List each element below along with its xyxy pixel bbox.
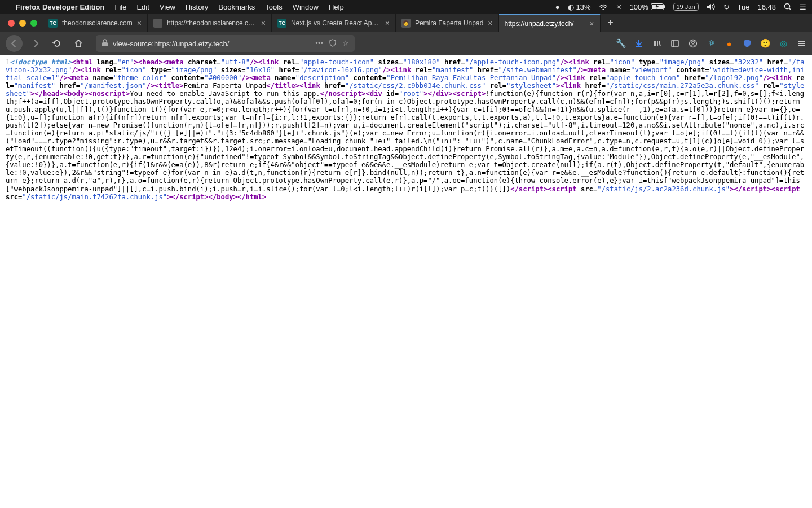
rel-val: apple-touch-icon bbox=[610, 74, 676, 82]
back-button[interactable] bbox=[6, 35, 23, 52]
extension-icon-3[interactable]: ◎ bbox=[778, 38, 788, 49]
menu-edit[interactable]: Edit bbox=[136, 3, 149, 11]
extension-icon-2[interactable]: 🙂 bbox=[760, 38, 770, 49]
day-label: Tue bbox=[738, 3, 750, 11]
shield-icon[interactable] bbox=[329, 39, 337, 49]
rel-val: manifest bbox=[18, 82, 51, 90]
href-link[interactable]: /logo192.png bbox=[709, 74, 759, 82]
sidebar-icon[interactable] bbox=[670, 38, 680, 49]
time-label: 16.48 bbox=[757, 3, 776, 11]
tab-theodorusclarence-url[interactable]: https://theodorusclarence.com/ × bbox=[148, 14, 272, 32]
href-link[interactable]: /site.webmanifest bbox=[502, 66, 573, 74]
record-icon[interactable]: ● bbox=[555, 3, 560, 11]
window-close-button[interactable] bbox=[8, 20, 15, 27]
url-bar[interactable]: view-source:https://unpad.etzy.tech/ •••… bbox=[96, 35, 355, 52]
control-center-icon[interactable]: ☰ bbox=[800, 3, 806, 11]
extension-icon-1[interactable]: ● bbox=[724, 38, 734, 49]
menu-window[interactable]: Window bbox=[293, 3, 319, 11]
rel-val: icon bbox=[614, 58, 630, 66]
library-icon[interactable] bbox=[652, 38, 662, 49]
doctype: <!doctype html> bbox=[10, 58, 72, 66]
tab-theodorusclarence[interactable]: TC theodorusclarence.com × bbox=[43, 14, 148, 32]
favicon-icon: TC bbox=[48, 19, 58, 28]
favicon-icon: TC bbox=[277, 19, 286, 28]
content-val: #000000 bbox=[209, 74, 237, 82]
menu-bookmarks[interactable]: Bookmarks bbox=[218, 3, 255, 11]
href-link[interactable]: /static/css/2.c9bb034e.chunk.css bbox=[349, 82, 482, 90]
forward-button[interactable] bbox=[27, 35, 44, 52]
type-val: image/png bbox=[664, 58, 701, 66]
home-button[interactable] bbox=[70, 35, 87, 52]
src-link[interactable]: /static/js/2.ac2a236d.chunk.js bbox=[602, 185, 726, 193]
href-link[interactable]: /apple-touch-icon.png bbox=[469, 58, 556, 66]
close-icon[interactable]: × bbox=[261, 19, 266, 28]
menu-help[interactable]: Help bbox=[329, 3, 344, 11]
tab-label: Next.js vs Create React App – t bbox=[291, 19, 381, 27]
menu-tools[interactable]: Tools bbox=[265, 3, 282, 11]
wifi-icon[interactable] bbox=[599, 3, 608, 10]
page-actions-icon[interactable]: ••• bbox=[315, 39, 323, 49]
cpu-indicator[interactable]: ◐ 13% bbox=[568, 3, 591, 11]
toolbar-extensions: 🔧 ⚛ ● 🙂 ◎ bbox=[616, 38, 806, 49]
title-text: Pemira Faperta Unpad bbox=[184, 82, 267, 90]
tab-label: https://unpad.etzy.tech/ bbox=[505, 20, 585, 28]
close-icon[interactable]: × bbox=[385, 19, 390, 28]
tab-unpad-etzy[interactable]: https://unpad.etzy.tech/ × bbox=[499, 14, 601, 32]
href-link[interactable]: /favicon-16x16.png bbox=[303, 66, 378, 74]
bookmark-star-icon[interactable]: ☆ bbox=[342, 39, 349, 49]
noscript-text: You need to enable JavaScript to run thi… bbox=[130, 90, 320, 98]
charset-val: utf-8 bbox=[225, 58, 246, 66]
ublock-icon[interactable] bbox=[742, 38, 752, 49]
browser-chrome: TC theodorusclarence.com × https://theod… bbox=[0, 14, 812, 55]
spotlight-icon[interactable] bbox=[784, 3, 792, 11]
view-source-content[interactable]: 1<!doctype html><html lang="en"><head><m… bbox=[0, 55, 812, 508]
devtools-icon[interactable]: 🔧 bbox=[616, 38, 626, 49]
id-val: root bbox=[403, 90, 419, 98]
window-minimize-button[interactable] bbox=[19, 20, 26, 27]
favicon-icon: 🧑 bbox=[401, 19, 411, 28]
menu-file[interactable]: File bbox=[114, 3, 126, 11]
rel-val: stylesheet bbox=[510, 82, 551, 90]
svg-rect-1 bbox=[664, 5, 665, 8]
close-icon[interactable]: × bbox=[488, 19, 492, 28]
content-val: Pemilihan Raya Fakultas Pertanian Unpad bbox=[391, 74, 552, 82]
bootstrap-js: !function(e){function r(r){for(var n,a,i… bbox=[6, 90, 804, 192]
lang-val: en bbox=[121, 58, 130, 66]
tab-nextjs-vs-cra[interactable]: TC Next.js vs Create React App – t × bbox=[272, 14, 396, 32]
macos-menubar: Firefox Developer Edition File Edit View… bbox=[0, 0, 812, 14]
menu-view[interactable]: View bbox=[160, 3, 175, 11]
tab-label: Pemira Faperta Unpad bbox=[415, 19, 483, 27]
rel-val: icon bbox=[126, 66, 142, 74]
href-link[interactable]: /static/css/main.272a5e3a.chunk.css bbox=[610, 82, 754, 90]
volume-icon[interactable] bbox=[707, 3, 716, 10]
new-tab-button[interactable]: + bbox=[601, 14, 621, 32]
tab-pemira[interactable]: 🧑 Pemira Faperta Unpad × bbox=[396, 14, 499, 32]
rel-val: manifest bbox=[436, 66, 469, 74]
close-icon[interactable]: × bbox=[137, 19, 142, 28]
date-pill[interactable]: 19 Jan bbox=[673, 3, 699, 11]
app-name[interactable]: Firefox Developer Edition bbox=[16, 3, 104, 11]
svg-rect-5 bbox=[102, 42, 108, 46]
svg-line-4 bbox=[789, 8, 792, 11]
window-zoom-button[interactable] bbox=[30, 20, 37, 27]
tab-label: https://theodorusclarence.com/ bbox=[167, 19, 257, 27]
close-icon[interactable]: × bbox=[589, 19, 594, 28]
toolbar: view-source:https://unpad.etzy.tech/ •••… bbox=[0, 32, 812, 55]
account-icon[interactable] bbox=[688, 38, 698, 49]
name-val: viewport bbox=[635, 66, 668, 74]
rel-val: apple-touch-icon bbox=[303, 58, 369, 66]
react-devtools-icon[interactable]: ⚛ bbox=[706, 38, 716, 49]
hamburger-menu-icon[interactable] bbox=[796, 38, 806, 49]
src-link[interactable]: /static/js/main.f74262fa.chunk.js bbox=[27, 193, 163, 201]
cpu-pct: 13% bbox=[576, 3, 591, 11]
sync-icon[interactable]: ✳ bbox=[616, 3, 622, 11]
window-controls bbox=[5, 14, 43, 32]
name-val: theme-color bbox=[117, 74, 163, 82]
href-link[interactable]: /manifest.json bbox=[84, 82, 142, 90]
sizes-val: 32x32 bbox=[738, 58, 759, 66]
menu-history[interactable]: History bbox=[186, 3, 208, 11]
time-machine-icon[interactable]: ↻ bbox=[723, 3, 730, 11]
battery-indicator[interactable]: 100% bbox=[630, 3, 665, 11]
downloads-icon[interactable] bbox=[634, 38, 644, 49]
reload-button[interactable] bbox=[48, 35, 65, 52]
